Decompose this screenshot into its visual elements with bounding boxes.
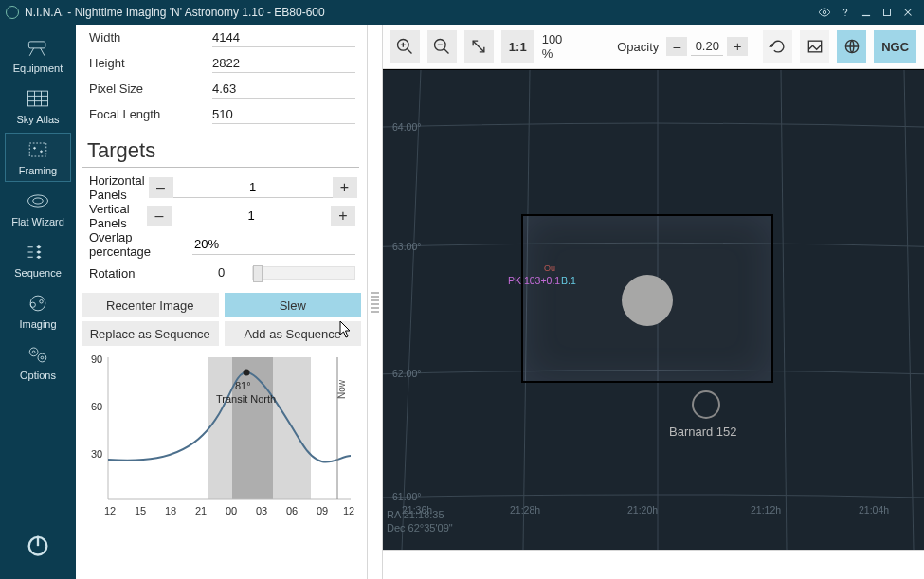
rotation-value[interactable]: 0 (216, 265, 245, 280)
nav-sequence[interactable]: Sequence (5, 235, 71, 284)
nav-framing[interactable]: Framing (5, 133, 71, 182)
object-label-pk: PK 103+0.1 (508, 275, 560, 286)
image-button[interactable] (800, 30, 829, 63)
imaging-icon (24, 292, 52, 315)
svg-line-7 (29, 48, 33, 56)
svg-line-8 (41, 48, 45, 56)
overlap-row: Overlap percentage (76, 230, 367, 259)
hpanels-plus[interactable]: + (333, 177, 357, 198)
svg-text:12: 12 (343, 505, 354, 516)
hpanels-row: Horizontal Panels – + (76, 173, 367, 202)
svg-point-0 (823, 10, 826, 14)
window-title: N.I.N.A. - Nighttime Imaging 'N' Astrono… (25, 6, 325, 19)
close-button[interactable] (897, 2, 918, 23)
opacity-minus[interactable]: – (666, 37, 687, 56)
svg-rect-9 (28, 91, 48, 106)
nav-imaging[interactable]: Imaging (5, 286, 71, 335)
eye-icon[interactable] (814, 2, 835, 23)
targets-heading: Targets (82, 133, 359, 168)
recenter-button[interactable]: Recenter Image (82, 293, 219, 317)
rotation-slider[interactable] (252, 266, 355, 280)
height-label: Height (89, 56, 212, 70)
svg-point-19 (32, 351, 35, 353)
target-object (622, 275, 673, 326)
help-icon[interactable] (835, 2, 856, 23)
svg-point-18 (29, 348, 38, 356)
nav-skyatlas[interactable]: Sky Atlas (5, 81, 71, 131)
nav-label: Flat Wizard (11, 216, 64, 227)
width-value[interactable]: 4144 (212, 28, 355, 47)
vpanels-label: Vertical Panels (89, 202, 143, 230)
globe-button[interactable] (837, 30, 866, 63)
width-row: Width 4144 (76, 25, 367, 50)
svg-rect-6 (28, 42, 45, 48)
dec-label: 63.00° (392, 241, 421, 252)
nav-label: Options (20, 370, 56, 381)
svg-point-40 (244, 370, 250, 376)
svg-text:06: 06 (286, 505, 298, 516)
svg-point-17 (40, 300, 44, 304)
svg-point-13 (28, 195, 48, 207)
focallength-row: Focal Length 510 (76, 101, 367, 127)
fit-button[interactable] (464, 30, 494, 63)
nav-label: Framing (19, 165, 57, 176)
vpanels-minus[interactable]: – (147, 206, 172, 226)
dec-label: 64.00° (392, 121, 421, 133)
focallength-label: Focal Length (89, 107, 212, 121)
hpanels-label: Horizontal Panels (89, 173, 145, 202)
overlap-input[interactable] (192, 234, 355, 255)
sequence-icon (24, 241, 52, 263)
secondary-object (692, 390, 720, 419)
opacity-label: Opacity (617, 40, 659, 54)
nav-flatwizard[interactable]: Flat Wizard (5, 184, 71, 233)
nav-options[interactable]: Options (5, 337, 71, 387)
slew-button[interactable]: Slew (225, 293, 362, 317)
svg-point-12 (41, 151, 43, 153)
svg-rect-10 (29, 143, 46, 156)
ngc-button[interactable]: NGC (874, 30, 916, 63)
width-label: Width (89, 30, 212, 45)
pixelsize-value[interactable]: 4.63 (212, 80, 355, 99)
add-sequence-button[interactable]: Add as Sequence (225, 321, 362, 346)
nav-equipment[interactable]: Equipment (5, 30, 71, 80)
svg-text:90: 90 (91, 353, 102, 365)
rotate-button[interactable] (763, 30, 792, 63)
zoom-out-button[interactable] (427, 30, 457, 63)
vpanels-row: Vertical Panels – + (76, 202, 367, 230)
telescope-icon (24, 36, 52, 59)
object-label-barnard: Barnard 152 (669, 425, 737, 439)
replace-sequence-button[interactable]: Replace as Sequence (82, 321, 219, 346)
height-value[interactable]: 2822 (212, 54, 355, 73)
svg-text:Transit North: Transit North (216, 393, 276, 405)
svg-text:03: 03 (256, 505, 267, 516)
flatwizard-icon (24, 190, 52, 212)
minimize-button[interactable] (856, 2, 877, 23)
pixelsize-row: Pixel Size 4.63 (76, 76, 367, 101)
ra-label: 21:28h (510, 504, 540, 516)
power-button[interactable] (21, 528, 55, 562)
zoom-percent: 100 % (542, 32, 574, 61)
maximize-button[interactable] (877, 2, 897, 23)
nav-label: Sky Atlas (16, 114, 59, 125)
svg-line-50 (444, 49, 449, 54)
zoom-in-button[interactable] (390, 30, 420, 63)
dec-label: 62.00° (392, 368, 421, 379)
one-to-one-button[interactable]: 1:1 (501, 30, 534, 63)
hpanels-minus[interactable]: – (149, 177, 173, 198)
hpanels-input[interactable] (173, 177, 333, 198)
vpanels-input[interactable] (172, 206, 331, 226)
ra-label: 21:20h (627, 504, 658, 516)
vertical-splitter[interactable] (368, 25, 383, 579)
sky-view[interactable]: 64.00° 63.00° 62.00° 61.00° 21:36h 21:28… (383, 69, 924, 550)
settings-panel: Width 4144 Height 2822 Pixel Size 4.63 F… (76, 25, 368, 579)
opacity-value[interactable]: 0.20 (691, 37, 723, 56)
rotation-row: Rotation 0 (76, 259, 367, 287)
opacity-plus[interactable]: + (727, 37, 748, 56)
svg-text:Now: Now (336, 379, 347, 399)
svg-point-21 (41, 356, 44, 359)
focallength-value[interactable]: 510 (212, 105, 355, 124)
svg-text:30: 30 (91, 448, 102, 460)
vpanels-plus[interactable]: + (331, 206, 355, 226)
image-toolbar: 1:1 100 % Opacity – 0.20 + NGC (383, 25, 924, 69)
svg-point-15 (30, 296, 45, 311)
